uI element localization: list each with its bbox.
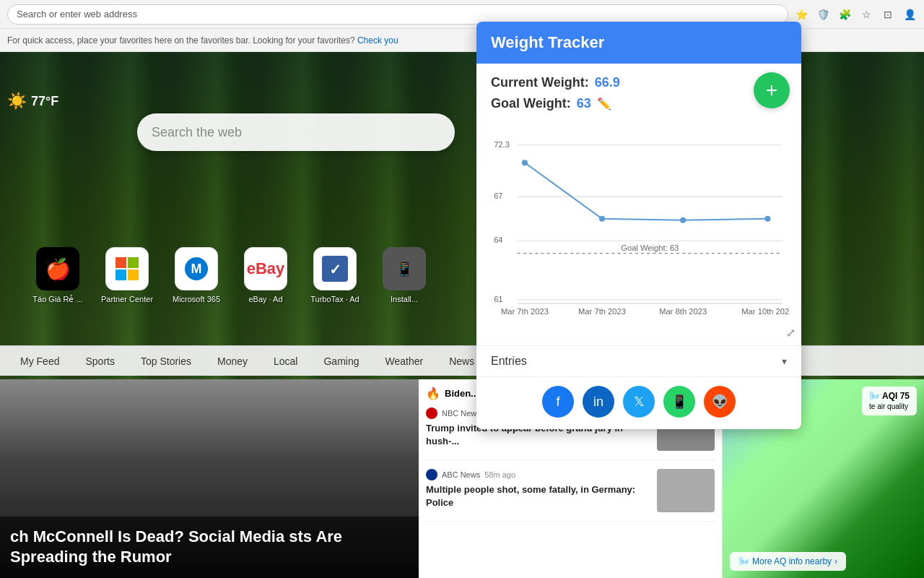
data-point-2 — [599, 216, 605, 222]
extensions-icon[interactable]: 🧩 — [837, 7, 852, 22]
app-icon-ebay[interactable]: eBay eBay · Ad — [237, 247, 295, 304]
share-bar: f in 𝕏 📱 👽 — [476, 376, 801, 429]
aqi-link-icon: 🌬️ — [738, 556, 749, 566]
svg-rect-2 — [116, 269, 126, 280]
weather-icon: ☀️ — [7, 92, 27, 111]
aqi-value: AQI 75 — [882, 391, 910, 401]
share-reddit-button[interactable]: 👽 — [704, 386, 736, 418]
entries-chevron-icon: ▾ — [782, 355, 787, 367]
favorites-icon[interactable]: ☆ — [859, 7, 873, 22]
aqi-chevron-icon: › — [834, 556, 837, 566]
aqi-link[interactable]: 🌬️ More AQ info nearby › — [730, 552, 846, 571]
nav-item-money[interactable]: Money — [212, 353, 253, 370]
app-label-install: Install... — [391, 295, 418, 303]
nav-item-news[interactable]: News — [443, 353, 480, 370]
weight-tracker-popup: Weight Tracker Current Weight: 66.9 Goal… — [476, 22, 801, 429]
star-icon[interactable]: ⭐ — [794, 7, 808, 22]
app-label-apple: Táo Giá Rẻ ... — [32, 295, 82, 304]
fire-icon: 🔥 — [426, 387, 440, 400]
edit-goal-icon[interactable]: ✏️ — [597, 97, 611, 111]
app-label-m365: Microsoft 365 — [173, 295, 220, 303]
current-weight-row: Current Weight: 66.9 — [491, 75, 787, 90]
popup-header: Weight Tracker — [476, 22, 801, 64]
svg-rect-3 — [128, 269, 139, 280]
nav-item-topstories[interactable]: Top Stories — [135, 353, 197, 370]
app-icon-m365[interactable]: M Microsoft 365 — [167, 247, 225, 304]
data-point-1 — [522, 160, 528, 165]
source-name-1: NBC News — [442, 409, 481, 418]
weight-line — [525, 163, 767, 220]
x-label-4: Mar 10th 2023 — [741, 307, 790, 316]
search-container: Search the web — [137, 113, 455, 151]
svg-rect-0 — [116, 257, 126, 268]
x-label-1: Mar 7th 2023 — [501, 307, 549, 316]
y-label-67: 67 — [494, 191, 502, 200]
entries-label: Entries — [491, 355, 527, 368]
check-you-link[interactable]: Check you — [357, 35, 398, 46]
search-box[interactable]: Search the web — [137, 113, 455, 151]
add-entry-button[interactable]: + — [754, 72, 790, 108]
news-main-image: ch McConnell Is Dead? Social Media sts A… — [0, 379, 419, 578]
popup-body: Current Weight: 66.9 Goal Weight: 63 ✏️ … — [476, 64, 801, 129]
nav-item-feed[interactable]: My Feed — [14, 353, 65, 370]
x-label-3: Mar 8th 2023 — [659, 307, 707, 316]
svg-text:✓: ✓ — [329, 262, 341, 277]
app-icon-partner[interactable]: Partner Center — [98, 247, 156, 304]
expand-icon[interactable]: ⤢ — [786, 326, 796, 340]
share-whatsapp-button[interactable]: 📱 — [663, 386, 695, 418]
nav-item-weather[interactable]: Weather — [380, 353, 430, 370]
news-main-text: ch McConnell Is Dead? Social Media sts A… — [0, 517, 419, 578]
add-icon: + — [766, 79, 777, 102]
news-source-2: ABC News 58m ago — [426, 469, 650, 480]
weather-badge: ☀️ 77°F — [7, 92, 58, 111]
aqi-link-text: More AQ info nearby — [752, 556, 832, 566]
address-text: Search or enter web address — [17, 9, 137, 20]
profile-icon[interactable]: 👤 — [902, 7, 917, 22]
search-placeholder: Search the web — [152, 125, 242, 140]
news-time-2: 58m ago — [484, 470, 515, 479]
app-label-ebay: eBay · Ad — [248, 295, 282, 303]
current-weight-label: Current Weight: — [491, 75, 589, 90]
source-name-2: ABC News — [442, 470, 480, 479]
news-item-2[interactable]: ABC News 58m ago Multiple people shot, s… — [426, 469, 715, 522]
aqi-icon: 🌬️ — [869, 391, 880, 401]
side-news-header: Biden... — [445, 388, 479, 399]
y-label-64: 64 — [494, 236, 502, 244]
browser-icons: ⭐ 🛡️ 🧩 ☆ ⊡ 👤 — [794, 7, 917, 22]
app-icon-install[interactable]: 📱 Install... — [375, 247, 433, 304]
y-label-61: 61 — [494, 295, 502, 303]
popup-title: Weight Tracker — [491, 33, 604, 51]
news-main[interactable]: ch McConnell Is Dead? Social Media sts A… — [0, 379, 419, 578]
current-weight-value: 66.9 — [595, 75, 620, 90]
y-label-72: 72.3 — [494, 140, 510, 149]
nbc-logo — [426, 407, 437, 419]
news-headline-2: Multiple people shot, some fatally, in G… — [426, 483, 650, 509]
nav-item-sports[interactable]: Sports — [79, 353, 120, 370]
app-grid: 🍎 Táo Giá Rẻ ... Partner Center M — [29, 247, 433, 304]
nav-item-gaming[interactable]: Gaming — [318, 353, 365, 370]
goal-weight-value: 63 — [577, 96, 591, 111]
weather-temp: 77°F — [31, 94, 58, 109]
share-linkedin-button[interactable]: in — [583, 386, 614, 418]
x-label-2: Mar 7th 2023 — [578, 307, 626, 316]
shield-icon[interactable]: 🛡️ — [816, 7, 830, 22]
news-main-headline: ch McConnell Is Dead? Social Media sts A… — [10, 527, 409, 568]
svg-text:M: M — [191, 262, 202, 276]
nav-item-local[interactable]: Local — [268, 353, 303, 370]
collections-icon[interactable]: ⊡ — [881, 7, 895, 22]
aqi-text: te air quality — [869, 402, 908, 410]
entries-section[interactable]: Entries ▾ — [476, 345, 801, 376]
turbotax-icon: ✓ — [322, 256, 348, 282]
svg-rect-1 — [128, 257, 139, 268]
chart-container: 72.3 67 64 61 Goal Weight: 63 — [476, 129, 801, 345]
share-facebook-button[interactable]: f — [542, 386, 574, 418]
goal-weight-label: Goal Weight: — [491, 96, 571, 111]
share-twitter-button[interactable]: 𝕏 — [623, 386, 655, 418]
weight-chart: 72.3 67 64 61 Goal Weight: 63 — [488, 129, 790, 331]
data-point-4 — [764, 216, 770, 222]
goal-line-label: Goal Weight: 63 — [621, 243, 679, 252]
app-icon-turbotax[interactable]: ✓ TurboTax · Ad — [306, 247, 364, 304]
app-icon-apple[interactable]: 🍎 Táo Giá Rẻ ... — [29, 247, 87, 304]
m365-icon: M — [183, 256, 209, 282]
goal-weight-row: Goal Weight: 63 ✏️ — [491, 96, 787, 111]
